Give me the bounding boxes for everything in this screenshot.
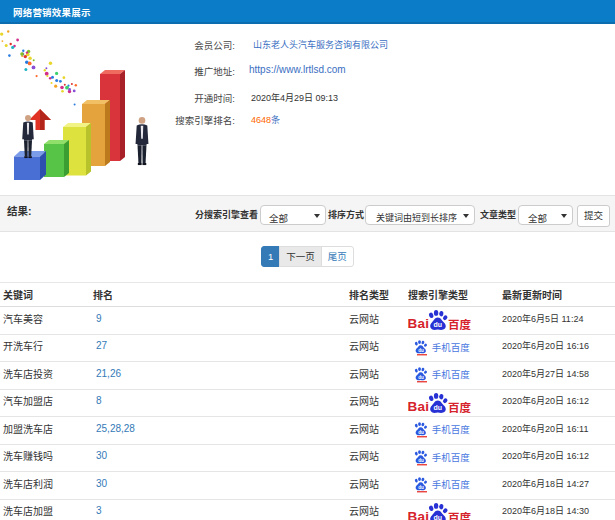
svg-text:百度: 百度 xyxy=(448,509,471,520)
svg-text:Bai: Bai xyxy=(408,509,429,520)
svg-text:du: du xyxy=(418,485,424,490)
svg-text:手机百度: 手机百度 xyxy=(432,450,471,464)
svg-text:Bai: Bai xyxy=(408,399,429,413)
svg-text:du: du xyxy=(418,375,424,380)
svg-text:du: du xyxy=(434,404,443,411)
svg-text:百度: 百度 xyxy=(448,399,471,413)
svg-text:手机百度: 手机百度 xyxy=(432,340,471,354)
svg-text:手机百度: 手机百度 xyxy=(432,367,471,381)
svg-text:手机百度: 手机百度 xyxy=(432,477,471,491)
svg-text:du: du xyxy=(418,458,424,463)
svg-text:Bai: Bai xyxy=(408,316,429,330)
svg-text:du: du xyxy=(418,348,424,353)
svg-text:du: du xyxy=(434,514,443,520)
svg-text:du: du xyxy=(434,321,443,328)
svg-text:百度: 百度 xyxy=(448,316,471,330)
svg-text:手机百度: 手机百度 xyxy=(432,422,471,436)
svg-text:du: du xyxy=(418,430,424,435)
